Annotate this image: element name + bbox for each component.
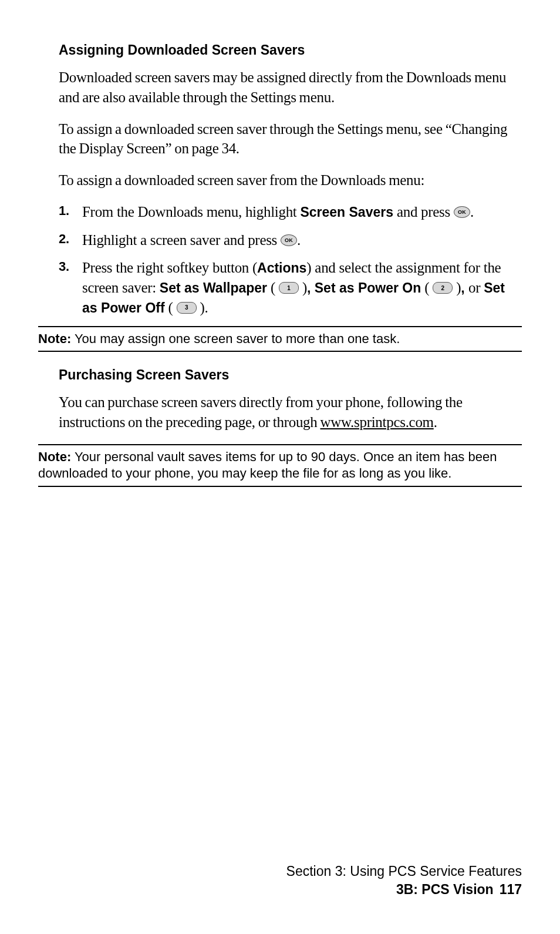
punct: , xyxy=(461,280,468,295)
step-text: Press the right softkey button ( xyxy=(82,260,257,276)
step-3: 3. Press the right softkey button (Actio… xyxy=(59,258,522,317)
note-box: Note: Your personal vault saves items fo… xyxy=(38,444,522,487)
page-number: 117 xyxy=(500,882,522,897)
paragraph: To assign a downloaded screen saver thro… xyxy=(59,119,522,159)
page: Assigning Downloaded Screen Savers Downl… xyxy=(0,0,560,934)
paragraph: You can purchase screen savers directly … xyxy=(59,392,522,432)
paragraph: To assign a downloaded screen saver from… xyxy=(59,170,522,190)
url-link[interactable]: www.sprintpcs.com xyxy=(320,414,433,430)
softkey-label: Actions xyxy=(257,260,306,276)
step-1: 1. From the Downloads menu, highlight Sc… xyxy=(59,202,522,222)
heading-purchasing: Purchasing Screen Savers xyxy=(59,366,522,384)
step-text: Highlight a screen saver and press xyxy=(82,232,281,248)
step-text: ( xyxy=(267,280,279,295)
step-text: ( xyxy=(421,280,433,295)
step-text: From the Downloads menu, highlight xyxy=(82,204,300,220)
ok-key-icon: OK xyxy=(454,206,470,218)
footer-subsection-label: 3B: PCS Vision xyxy=(396,882,494,897)
footer-subsection: 3B: PCS Vision117 xyxy=(286,881,522,899)
step-text: or xyxy=(468,280,484,295)
punct: , xyxy=(307,280,315,295)
menu-item: Screen Savers xyxy=(300,204,393,220)
option-label: Set as Wallpaper xyxy=(160,280,267,295)
note-box: Note: You may assign one screen saver to… xyxy=(38,326,522,352)
step-text: . xyxy=(297,232,301,248)
paragraph: Downloaded screen savers may be assigned… xyxy=(59,68,522,107)
num-2-key-icon: 2 xyxy=(433,282,453,294)
step-number: 3. xyxy=(59,258,69,276)
note-label: Note: xyxy=(38,331,71,346)
footer-section: Section 3: Using PCS Service Features xyxy=(286,862,522,881)
steps-list: 1. From the Downloads menu, highlight Sc… xyxy=(59,202,522,318)
heading-assigning: Assigning Downloaded Screen Savers xyxy=(59,41,522,59)
step-text: . xyxy=(470,204,474,220)
option-label: Set as Power On xyxy=(315,280,421,295)
page-footer: Section 3: Using PCS Service Features 3B… xyxy=(286,862,522,899)
step-text: . xyxy=(205,300,208,315)
num-3-key-icon: 3 xyxy=(177,302,197,314)
note-text: You may assign one screen saver to more … xyxy=(71,331,400,346)
note-label: Note: xyxy=(38,449,71,464)
paragraph-text: . xyxy=(434,414,437,430)
step-text: and press xyxy=(393,204,454,220)
step-number: 2. xyxy=(59,230,69,248)
note-text: Your personal vault saves items for up t… xyxy=(38,449,497,481)
step-text: ) xyxy=(197,300,205,315)
step-2: 2. Highlight a screen saver and press OK… xyxy=(59,230,522,250)
step-number: 1. xyxy=(59,202,69,220)
num-1-key-icon: 1 xyxy=(279,282,299,294)
step-text: ) xyxy=(453,280,461,295)
ok-key-icon: OK xyxy=(281,234,297,246)
step-text: ( xyxy=(165,300,177,315)
step-text: ) xyxy=(299,280,307,295)
content: Assigning Downloaded Screen Savers Downl… xyxy=(38,41,522,487)
